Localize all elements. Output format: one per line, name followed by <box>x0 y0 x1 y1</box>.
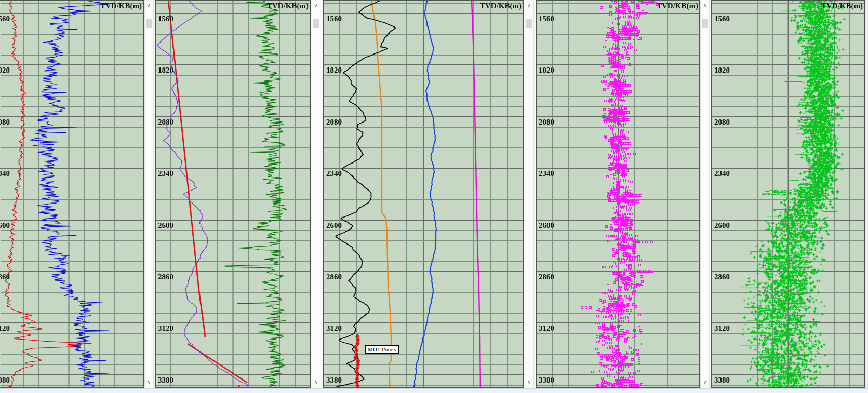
scroll-up-icon[interactable]: ∧ <box>701 3 709 8</box>
depth-label: 2600 <box>0 221 10 230</box>
depth-label: 3120 <box>326 324 342 333</box>
scrollbar-thumb[interactable] <box>313 19 319 28</box>
depth-label: 1820 <box>714 66 730 75</box>
depth-label: 2860 <box>158 273 173 281</box>
log-track-5-plot[interactable] <box>711 0 865 393</box>
depth-label: 3380 <box>714 376 730 385</box>
depth-label: 1560 <box>714 15 730 23</box>
depth-label: 3380 <box>158 376 173 385</box>
log-track-2: TVD/KB(m) 156018202080234026002860312033… <box>155 0 311 393</box>
depth-label: 3120 <box>714 324 730 333</box>
log-track-1: TVD/KB(m) 156018202080234026002860312033… <box>0 0 144 393</box>
depth-label: 2340 <box>326 169 342 178</box>
scroll-up-icon[interactable]: ∧ <box>145 3 153 8</box>
depth-label: 1560 <box>326 15 342 23</box>
depth-label: 2080 <box>326 118 342 127</box>
log-track-4: TVD/KB(m) 156018202080234026002860312033… <box>536 0 700 393</box>
depth-label: 3380 <box>326 376 342 385</box>
track-3-depth-unit-header: TVD/KB(m) <box>480 2 522 10</box>
depth-label: 2860 <box>714 273 730 281</box>
track-2-vertical-scrollbar[interactable]: ∧ ∨ <box>312 0 321 388</box>
depth-label: 1820 <box>0 66 10 75</box>
depth-label: 2340 <box>0 169 10 178</box>
depth-label: 2860 <box>326 273 342 281</box>
depth-label: 2080 <box>0 118 10 127</box>
scrollbar-thumb[interactable] <box>146 19 152 28</box>
track-5-vertical-scrollbar[interactable] <box>865 0 868 388</box>
depth-label: 2860 <box>0 273 10 281</box>
depth-label: 1560 <box>0 15 10 23</box>
bottom-window-strip <box>0 388 868 393</box>
depth-label: 3380 <box>539 376 554 385</box>
scroll-down-icon[interactable]: ∨ <box>312 380 321 385</box>
scroll-down-icon[interactable]: ∨ <box>145 380 153 385</box>
depth-label: 2600 <box>539 221 554 230</box>
log-track-5: TVD/KB(m) 156018202080234026002860312033… <box>711 0 865 393</box>
depth-label: 2080 <box>539 118 554 127</box>
depth-label: 1820 <box>539 66 554 75</box>
track-3-vertical-scrollbar[interactable]: ∧ ∨ <box>525 0 534 388</box>
track-4-depth-unit-header: TVD/KB(m) <box>657 2 698 10</box>
log-track-3: TVD/KB(m) MDT Points 1560182020802340260… <box>323 0 524 393</box>
depth-label: 2600 <box>158 221 173 230</box>
scrollbar-thumb[interactable] <box>702 19 708 28</box>
scroll-down-icon[interactable]: ∨ <box>525 380 533 385</box>
track-1-vertical-scrollbar[interactable]: ∧ ∨ <box>144 0 154 388</box>
track-4-vertical-scrollbar[interactable]: ∧ ∨ <box>700 0 710 388</box>
depth-label: 3120 <box>539 324 554 333</box>
log-track-1-plot[interactable] <box>0 0 144 393</box>
depth-label: 3380 <box>0 376 10 385</box>
log-track-3-plot[interactable] <box>323 0 524 393</box>
log-track-2-plot[interactable] <box>155 0 311 393</box>
depth-label: 2600 <box>326 221 342 230</box>
depth-label: 3120 <box>0 324 10 333</box>
depth-label: 2340 <box>158 169 173 178</box>
depth-label: 3120 <box>158 324 173 333</box>
depth-label: 2340 <box>714 169 730 178</box>
mdt-points-annotation: MDT Points <box>365 345 399 354</box>
depth-label: 1560 <box>539 15 554 23</box>
depth-label: 2340 <box>539 169 554 178</box>
scrollbar-thumb[interactable] <box>526 19 532 28</box>
depth-label: 2080 <box>714 118 730 127</box>
track-1-depth-unit-header: TVD/KB(m) <box>100 2 142 10</box>
depth-label: 2860 <box>539 273 554 281</box>
depth-label: 2600 <box>714 221 730 230</box>
track-2-depth-unit-header: TVD/KB(m) <box>267 2 309 10</box>
scroll-up-icon[interactable]: ∧ <box>312 3 321 8</box>
depth-label: 1820 <box>158 66 173 75</box>
scroll-down-icon[interactable]: ∨ <box>701 380 709 385</box>
depth-label: 1820 <box>326 66 342 75</box>
depth-label: 2080 <box>158 118 173 127</box>
scroll-up-icon[interactable]: ∧ <box>525 3 533 8</box>
depth-label: 1560 <box>158 15 173 23</box>
log-track-4-plot[interactable] <box>536 0 700 393</box>
well-log-viewer: TVD/KB(m) 156018202080234026002860312033… <box>0 0 868 393</box>
track-5-depth-unit-header: TVD/KB(m) <box>821 2 863 10</box>
